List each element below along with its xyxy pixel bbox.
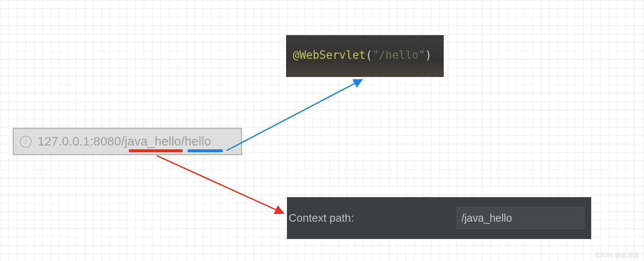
annotation-name: WebServlet bbox=[300, 49, 366, 61]
context-path-box: Context path: bbox=[287, 197, 591, 239]
code-snippet-box: @WebServlet("/hello") bbox=[286, 35, 444, 77]
context-path-label: Context path: bbox=[289, 212, 354, 225]
annotation-at: @ bbox=[293, 49, 300, 61]
underline-red bbox=[129, 149, 183, 152]
close-paren: ) bbox=[425, 49, 432, 61]
underline-blue bbox=[188, 149, 223, 152]
string-literal: "/hello" bbox=[372, 49, 425, 61]
watermark: CSDN @黄花菜. bbox=[595, 252, 641, 259]
open-paren: ( bbox=[366, 49, 372, 61]
info-icon: i bbox=[20, 136, 32, 148]
url-text: 127.0.0.1:8080/java_hello/hello bbox=[38, 135, 211, 148]
context-path-input[interactable] bbox=[457, 207, 584, 229]
